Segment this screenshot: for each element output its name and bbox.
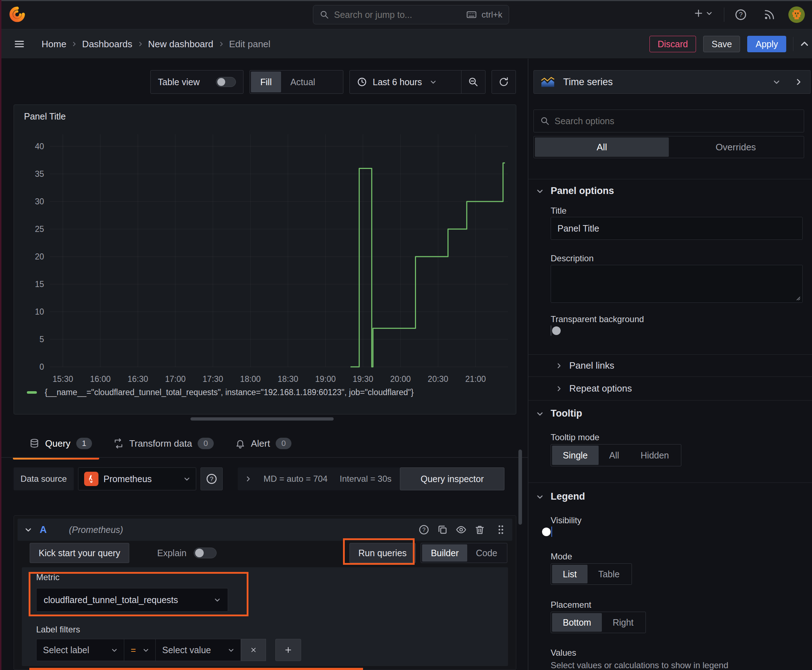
chevron-down-icon [143, 647, 149, 653]
tooltip-mode-all[interactable]: All [598, 446, 630, 465]
explain-toggle[interactable] [194, 548, 217, 558]
search-shortcut: ctrl+k [481, 10, 502, 20]
chevron-down-icon [706, 10, 712, 17]
tooltip-mode-switch: Single All Hidden [551, 444, 681, 466]
tooltip-section[interactable]: Tooltip [536, 408, 582, 419]
chart-panel: Panel Title 051015202530354015:3016:0016… [14, 105, 516, 415]
kick-start-button[interactable]: Kick start your query [30, 543, 129, 563]
remove-filter-button[interactable] [241, 639, 266, 661]
query-ref-id: A [40, 524, 47, 535]
save-button[interactable]: Save [703, 36, 740, 52]
svg-text:15:30: 15:30 [53, 374, 73, 384]
description-label: Description [551, 254, 593, 264]
operator-dropdown[interactable]: = [124, 639, 156, 661]
datasource-help-button[interactable]: ? [200, 467, 223, 490]
description-textarea[interactable] [551, 265, 803, 303]
legend-mode-list[interactable]: List [552, 565, 588, 584]
run-queries-button[interactable]: Run queries [349, 543, 416, 563]
add-new-button[interactable] [693, 8, 712, 19]
apply-button[interactable]: Apply [747, 36, 786, 52]
panel-resize-handle[interactable] [190, 417, 334, 421]
actions-divider [793, 37, 793, 51]
tooltip-mode-hidden[interactable]: Hidden [630, 446, 680, 465]
hamburger-icon [14, 39, 25, 49]
tab-all[interactable]: All [535, 137, 669, 157]
svg-text:19:00: 19:00 [315, 374, 336, 384]
help-button[interactable]: ? [735, 8, 747, 21]
panel-links-section[interactable]: Panel links [556, 360, 614, 371]
topbar-divider [724, 7, 724, 22]
datasource-name: Prometheus [103, 474, 152, 484]
news-rss-button[interactable] [763, 8, 775, 21]
user-avatar[interactable] [788, 7, 805, 23]
transparent-background-toggle[interactable] [551, 325, 551, 336]
svg-text:40: 40 [35, 142, 44, 151]
breadcrumb-dashboards[interactable]: Dashboards [82, 39, 132, 50]
mega-menu-button[interactable] [14, 39, 25, 49]
legend-series-label[interactable]: {__name__="cloudflared_tunnel_total_requ… [45, 387, 414, 397]
transparent-background-label: Transparent background [551, 314, 644, 324]
options-search-input[interactable] [554, 116, 797, 126]
legend-placement-bottom[interactable]: Bottom [552, 613, 602, 632]
select-label-dropdown[interactable]: Select label [36, 639, 124, 661]
clock-icon [357, 77, 367, 87]
table-view-toggle[interactable] [216, 77, 236, 87]
repeat-options-section[interactable]: Repeat options [556, 383, 632, 394]
delete-query-icon[interactable] [475, 524, 485, 535]
main-scrollbar-thumb[interactable] [519, 450, 522, 524]
chevron-down-icon [536, 188, 544, 195]
zoom-out-button[interactable] [461, 76, 485, 87]
tab-alert[interactable]: Alert 0 [235, 431, 292, 455]
collapse-options-button[interactable] [787, 70, 810, 94]
divider [529, 179, 812, 179]
drag-handle-icon[interactable] [497, 524, 505, 535]
actual-option[interactable]: Actual [281, 71, 324, 92]
query-inspector-button[interactable]: Query inspector [400, 467, 504, 490]
select-value-dropdown[interactable]: Select value [156, 639, 241, 661]
chevron-right-icon [795, 78, 802, 86]
grafana-logo-icon[interactable] [8, 6, 26, 23]
builder-option[interactable]: Builder [422, 544, 467, 562]
global-search[interactable]: ctrl+k [313, 5, 509, 24]
panel-title-input[interactable] [551, 217, 803, 240]
panel-title[interactable]: Panel Title [24, 111, 66, 122]
time-series-chart[interactable]: 051015202530354015:3016:0016:3017:0017:3… [21, 130, 509, 387]
query-help-icon[interactable]: ? [419, 524, 429, 535]
tab-transform-badge: 0 [198, 438, 214, 449]
metric-value: cloudflared_tunnel_total_requests [44, 595, 178, 605]
options-search[interactable] [534, 110, 804, 132]
metric-select[interactable]: cloudflared_tunnel_total_requests [36, 588, 228, 612]
svg-text:20:30: 20:30 [428, 374, 449, 384]
discard-button[interactable]: Discard [649, 36, 696, 52]
toggle-visibility-icon[interactable] [456, 524, 466, 535]
legend-mode-table[interactable]: Table [588, 565, 631, 584]
code-option[interactable]: Code [467, 544, 506, 562]
legend-visibility-toggle[interactable] [551, 526, 552, 537]
search-input[interactable] [334, 10, 461, 20]
legend-section[interactable]: Legend [536, 491, 585, 502]
duplicate-query-icon[interactable] [437, 524, 448, 535]
svg-text:18:00: 18:00 [240, 374, 261, 384]
tab-overrides[interactable]: Overrides [669, 137, 803, 157]
breadcrumb-home[interactable]: Home [42, 39, 66, 50]
options-filter-tabs: All Overrides [534, 136, 804, 158]
datasource-picker[interactable]: Prometheus [78, 467, 196, 490]
search-icon [320, 10, 329, 19]
query-options-summary[interactable]: MD = auto = 704 Interval = 30s [238, 467, 412, 490]
visualization-picker[interactable]: Time series [534, 70, 787, 94]
transform-icon [114, 438, 124, 448]
refresh-button[interactable] [492, 70, 516, 94]
panel-options-section[interactable]: Panel options [536, 185, 614, 196]
table-view-control[interactable]: Table view [150, 70, 244, 94]
collapse-editor-button[interactable] [800, 39, 809, 49]
query-row-header[interactable]: A (Prometheus) ? [17, 519, 512, 541]
fill-option[interactable]: Fill [251, 71, 281, 92]
legend-placement-right[interactable]: Right [602, 613, 644, 632]
tab-transform-data[interactable]: Transform data 0 [114, 431, 214, 455]
select-value-placeholder: Select value [162, 645, 211, 655]
time-range-button[interactable]: Last 6 hours [350, 77, 461, 87]
add-filter-button[interactable] [275, 639, 301, 661]
tab-query[interactable]: Query 1 [29, 431, 92, 455]
breadcrumb-new-dashboard[interactable]: New dashboard [148, 39, 214, 50]
tooltip-mode-single[interactable]: Single [552, 446, 598, 465]
